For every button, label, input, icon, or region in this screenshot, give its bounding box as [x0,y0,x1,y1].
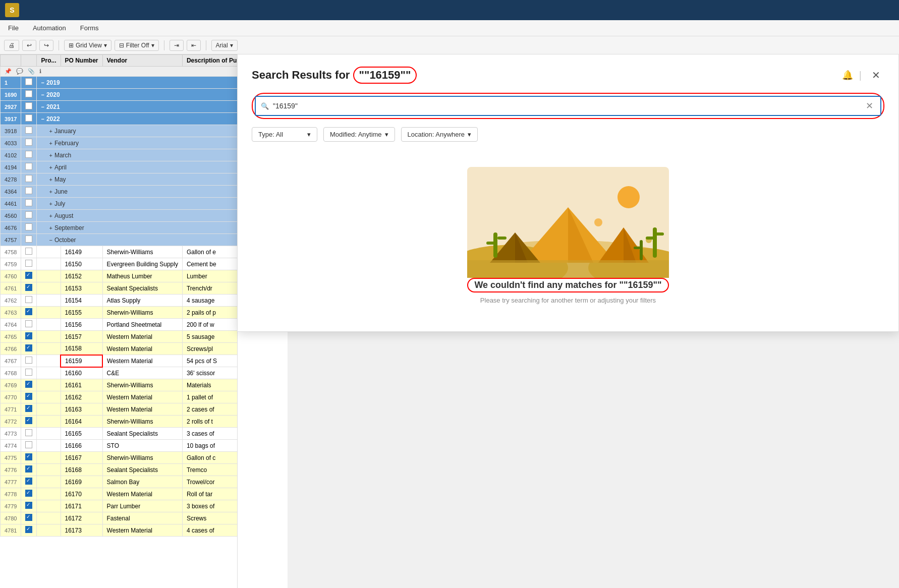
month-cell[interactable]: +February [37,137,237,149]
collapse-icon[interactable]: + [49,152,52,158]
table-row[interactable]: 4778 16170 Western Material Roll of tar [1,488,238,500]
pro-cell[interactable] [37,452,61,464]
row-checkbox[interactable] [21,440,37,452]
collapse-icon[interactable]: + [49,164,52,170]
table-row[interactable]: 4676 +September [1,222,238,234]
collapse-icon[interactable]: + [49,140,52,146]
row-checkbox[interactable] [21,307,37,319]
row-checkbox[interactable] [21,512,37,524]
pro-cell[interactable] [37,391,61,403]
collapse-icon[interactable]: + [49,128,52,134]
month-cell[interactable]: +June [37,186,237,198]
row-checkbox[interactable] [21,210,37,222]
checkbox-icon[interactable] [25,151,32,158]
row-checkbox[interactable] [21,355,37,367]
row-checkbox[interactable] [21,258,37,270]
type-filter[interactable]: Type: All ▾ [252,127,317,142]
year-cell[interactable]: −2021 [37,101,237,113]
table-row[interactable]: 4769 16161 Sherwin-Williams Materials [1,379,238,391]
checkbox-icon[interactable] [25,163,32,170]
row-checkbox[interactable] [21,524,37,537]
row-checkbox[interactable] [21,464,37,476]
outdent-button[interactable]: ⇤ [187,40,201,51]
checkbox-checked-icon[interactable] [25,490,32,497]
row-checkbox[interactable] [21,270,37,282]
collapse-icon[interactable]: + [49,189,52,195]
table-row[interactable]: 4102 +March [1,149,238,161]
print-button[interactable]: 🖨 [4,40,19,51]
row-checkbox[interactable] [21,295,37,307]
checkbox-checked-icon[interactable] [25,417,32,424]
month-cell[interactable]: +September [37,222,237,234]
pro-cell[interactable] [37,512,61,524]
table-row[interactable]: 4763 16155 Sherwin-Williams 2 pails of p [1,307,238,319]
table-row[interactable]: 4770 16162 Western Material 1 pallet of [1,391,238,403]
row-checkbox[interactable] [21,246,37,258]
po-cell[interactable]: 16173 [61,524,102,537]
pro-cell[interactable] [37,440,61,452]
menu-forms[interactable]: Forms [77,22,102,34]
row-checkbox[interactable] [21,149,37,161]
po-cell[interactable]: 16157 [61,331,102,343]
table-row[interactable]: 4560 +August [1,210,238,222]
table-row[interactable]: 4777 16169 Salmon Bay Trowel/cor [1,476,238,488]
pro-cell[interactable] [37,246,61,258]
checkbox-checked-icon[interactable] [25,381,32,388]
table-row[interactable]: 4759 16150 Evergreen Building Supply Cem… [1,258,238,270]
po-cell[interactable]: 16163 [61,403,102,416]
checkbox-icon[interactable] [25,102,32,109]
collapse-icon[interactable]: + [49,213,52,219]
checkbox-checked-icon[interactable] [25,478,32,485]
month-cell[interactable]: +July [37,198,237,210]
row-checkbox[interactable] [21,319,37,331]
pro-cell[interactable] [37,488,61,500]
row-checkbox[interactable] [21,125,37,137]
po-cell[interactable]: 16161 [61,379,102,391]
table-row[interactable]: 4765 16157 Western Material 5 sausage [1,331,238,343]
row-checkbox[interactable] [21,331,37,343]
table-row[interactable]: 4779 16171 Parr Lumber 3 boxes of [1,500,238,512]
checkbox-unchecked-icon[interactable] [25,357,32,364]
checkbox-icon[interactable] [25,236,32,243]
row-checkbox[interactable] [21,367,37,379]
month-cell[interactable]: +January [37,125,237,137]
collapse-icon[interactable]: − [41,104,44,110]
po-cell[interactable]: 16154 [61,295,102,307]
po-cell[interactable]: 16152 [61,270,102,282]
po-cell[interactable]: 16149 [61,246,102,258]
checkbox-checked-icon[interactable] [25,272,32,279]
filter-button[interactable]: ⊟ Filter Off ▾ [115,40,159,51]
collapse-icon[interactable]: + [49,177,52,183]
table-row[interactable]: 4762 16154 Atlas Supply 4 sausage [1,295,238,307]
po-cell[interactable]: 16167 [61,452,102,464]
table-row[interactable]: 4278 +May [1,173,238,186]
pro-cell[interactable] [37,331,61,343]
po-cell[interactable]: 16156 [61,319,102,331]
po-cell[interactable]: 16160 [61,367,102,379]
pro-cell[interactable] [37,367,61,379]
checkbox-icon[interactable] [25,127,32,134]
pro-cell[interactable] [37,524,61,537]
po-cell[interactable]: 16153 [61,282,102,295]
grid-container[interactable]: Pro... PO Number Vendor Description of P… [0,54,237,588]
pro-cell[interactable] [37,307,61,319]
po-cell[interactable]: 16171 [61,500,102,512]
bell-button[interactable]: 🔔 [842,70,853,81]
checkbox-icon[interactable] [25,187,32,194]
row-checkbox[interactable] [21,391,37,403]
menu-file[interactable]: File [5,22,22,34]
month-cell[interactable]: +August [37,210,237,222]
table-row[interactable]: 4774 16166 STO 10 bags of [1,440,238,452]
collapse-icon[interactable]: − [41,116,44,122]
checkbox-icon[interactable] [25,223,32,230]
checkbox-checked-icon[interactable] [25,526,32,533]
table-row[interactable]: 4764 16156 Portland Sheetmetal 200 lf of… [1,319,238,331]
row-checkbox[interactable] [21,222,37,234]
table-row[interactable]: 4194 +April [1,161,238,173]
pro-cell[interactable] [37,403,61,416]
table-row[interactable]: 3918 +January [1,125,238,137]
row-checkbox[interactable] [21,282,37,295]
table-row[interactable]: 4364 +June [1,186,238,198]
table-row[interactable]: 3917 −2022 [1,113,238,125]
checkbox-checked-icon[interactable] [25,453,32,460]
